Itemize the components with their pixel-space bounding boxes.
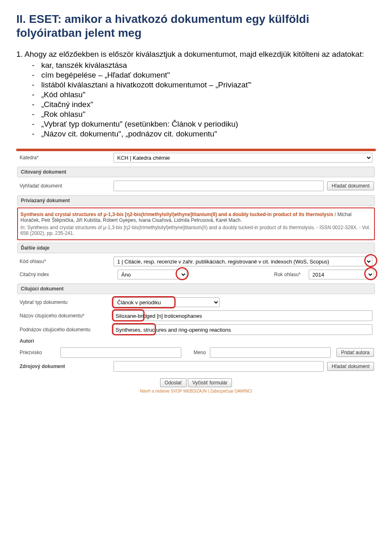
list-item: „Citačný index" xyxy=(39,100,376,109)
bound-doc-title: Synthesis and crystal structures of μ-1,… xyxy=(20,212,333,217)
pridat-autora-button[interactable]: Pridať autora xyxy=(336,348,374,357)
list-item: kar, tanszék kiválasztása xyxy=(39,61,376,70)
meno-input[interactable] xyxy=(210,347,331,358)
search-input[interactable] xyxy=(114,181,324,191)
zdroj-input[interactable] xyxy=(114,361,324,372)
podnazov-input[interactable] xyxy=(114,324,372,335)
rok-ohlasu-select[interactable]: 2014 xyxy=(309,270,374,279)
page-title: II. ESET: amikor a hivatkozó dokumentum … xyxy=(16,12,376,40)
list-item: „Kód ohlasu" xyxy=(39,90,376,99)
podnazov-label: Podnázov citujúceho dokumentu xyxy=(18,327,114,332)
hladat-dokument-button[interactable]: Hľadať dokument xyxy=(327,181,374,190)
bound-doc-source: In: Synthesis and crystal structures of … xyxy=(20,225,372,236)
list-item: „Rok ohlasu" xyxy=(39,110,376,119)
odoslat-button[interactable]: Odoslať xyxy=(160,378,187,387)
list-item: cím begépelése – „Hľadať dokument" xyxy=(39,71,376,80)
list-item: „Názov cit. dokumentu", „podnázov cit. d… xyxy=(39,129,376,138)
nazov-label: Názov citujúceho dokumentu* xyxy=(18,313,114,319)
citujuci-dokument-header: Citujúci dokument xyxy=(17,283,375,294)
kod-ohlasu-select[interactable]: 1 | Citácie, resp. recenzie v zahr. publ… xyxy=(114,257,372,266)
list-item: listából kiválasztani a hivatkozott doku… xyxy=(39,80,376,89)
vyhladat-label: Vyhľadať dokument xyxy=(18,183,114,189)
list-item: „Vybrať typ dokumentu" (esetünkben: Člán… xyxy=(39,120,376,129)
vycistit-button[interactable]: Vyčistiť formulár xyxy=(188,378,232,387)
app-form: Katedra* KCH | Katedra chémie Citovaný d… xyxy=(16,149,376,397)
citovany-dokument-header: Citovaný dokument xyxy=(17,167,375,177)
priezvisko-label: Priezvisko xyxy=(18,350,56,355)
priviazany-dokument-header: Priviazaný dokument xyxy=(17,195,375,206)
citacny-index-label: Citačný index xyxy=(18,272,114,277)
katedra-select[interactable]: KCH | Katedra chémie xyxy=(114,153,372,163)
typ-dokumentu-label: Vybrať typ dokumentu xyxy=(18,299,114,305)
instruction-list: kar, tanszék kiválasztása cím begépelése… xyxy=(16,61,376,138)
bound-document-box: Synthesis and crystal structures of μ-1,… xyxy=(17,208,375,240)
katedra-label: Katedra* xyxy=(18,155,114,161)
priezvisko-input[interactable] xyxy=(60,347,181,358)
typ-dokumentu-select[interactable]: Článok v periodiku xyxy=(114,297,220,307)
rok-ohlasu-label: Rok ohlasu* xyxy=(252,272,305,277)
zdrojovy-dokument-label: Zdrojový dokument xyxy=(18,364,114,369)
citacny-index-select[interactable]: Áno xyxy=(118,270,187,279)
meno-label: Meno xyxy=(185,350,206,355)
hladat-zdroj-button[interactable]: Hľadať dokument xyxy=(327,362,374,371)
intro-text: 1. Ahogy az előzőekben is először kivála… xyxy=(16,50,376,59)
footer-credit: Návrh a riešenie SVOP WEBDIZAJN | Zabezp… xyxy=(16,389,376,397)
kod-ohlasu-label: Kód ohlasu* xyxy=(18,259,114,264)
autori-label: Autori xyxy=(18,338,114,344)
dalsie-udaje-header: Ďalšie údaje xyxy=(17,243,375,253)
nazov-input[interactable] xyxy=(114,310,372,321)
